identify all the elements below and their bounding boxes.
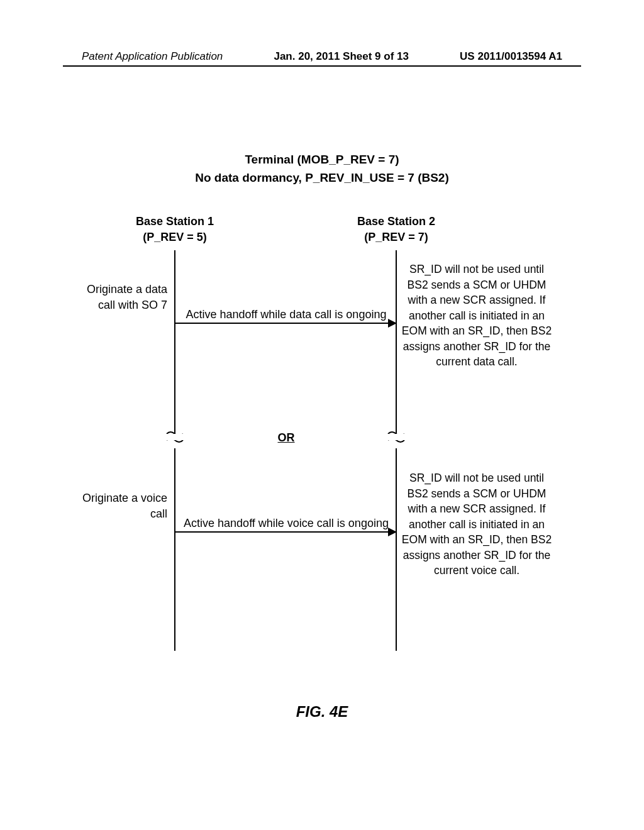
title-line-1: Terminal (MOB_P_REV = 7) bbox=[0, 151, 644, 169]
originate-voice-call-label: Originate a voice call bbox=[73, 490, 167, 522]
header-date-sheet: Jan. 20, 2011 Sheet 9 of 13 bbox=[274, 50, 409, 63]
handoff-data-arrow-label: Active handoff while data call is ongoin… bbox=[176, 307, 396, 323]
handoff-data-arrow bbox=[175, 323, 396, 324]
bs2-lifeline-bottom bbox=[396, 448, 397, 651]
bs2-lifeline-top bbox=[396, 250, 397, 434]
srid-data-note: SR_ID will not be used until BS2 sends a… bbox=[401, 262, 552, 370]
originate-data-call-label: Originate a data call with SO 7 bbox=[73, 282, 167, 313]
or-separator: OR bbox=[176, 431, 396, 445]
title-line-2: No data dormancy, P_REV_IN_USE = 7 (BS2) bbox=[0, 169, 644, 187]
header-rule bbox=[63, 65, 581, 67]
sequence-area: Base Station 1 (P_REV = 5) Base Station … bbox=[75, 214, 566, 667]
bs1-rev: (P_REV = 5) bbox=[118, 230, 231, 245]
bs1-name: Base Station 1 bbox=[118, 214, 231, 230]
diagram-title: Terminal (MOB_P_REV = 7) No data dormanc… bbox=[0, 151, 644, 187]
handoff-voice-arrow bbox=[175, 531, 396, 533]
page-header: Patent Application Publication Jan. 20, … bbox=[0, 50, 644, 63]
sequence-diagram: Terminal (MOB_P_REV = 7) No data dormanc… bbox=[0, 151, 644, 187]
handoff-voice-arrow-label: Active handoff while voice call is ongoi… bbox=[176, 516, 396, 531]
bs1-lifeline-top bbox=[174, 250, 175, 434]
bs2-name: Base Station 2 bbox=[340, 214, 453, 230]
header-patent-number: US 2011/0013594 A1 bbox=[460, 50, 562, 63]
bs1-header: Base Station 1 (P_REV = 5) bbox=[118, 214, 231, 245]
bs2-rev: (P_REV = 7) bbox=[340, 230, 453, 245]
bs2-header: Base Station 2 (P_REV = 7) bbox=[340, 214, 453, 245]
bs1-lifeline-bottom bbox=[174, 448, 175, 651]
srid-voice-note: SR_ID will not be used until BS2 sends a… bbox=[401, 470, 552, 578]
header-publication: Patent Application Publication bbox=[82, 50, 223, 63]
figure-label: FIG. 4E bbox=[0, 703, 644, 721]
